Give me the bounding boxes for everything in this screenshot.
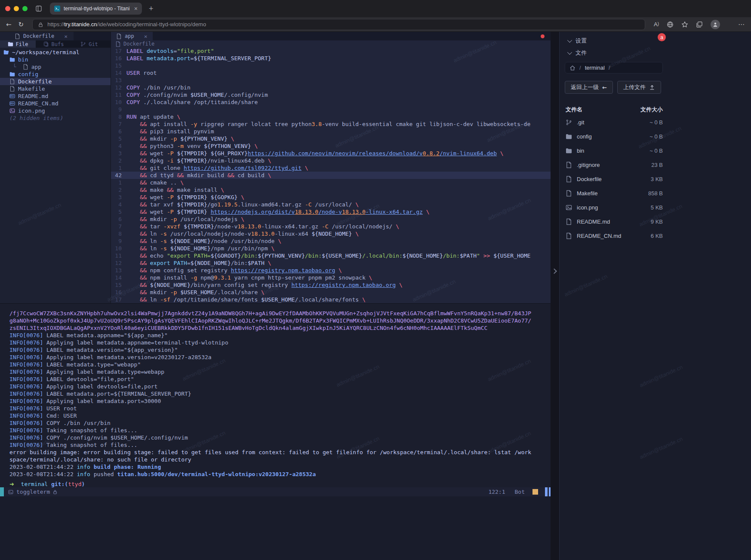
editor-tab-close-icon[interactable]: × xyxy=(144,33,148,40)
code-line[interactable]: 6 && pip3 install pynvim xyxy=(111,128,551,135)
terminal-line: INFO[0076] Cmd: USER xyxy=(9,412,551,419)
tree-item-readme_cn.md[interactable]: README_CN.md xyxy=(0,100,111,107)
home-icon[interactable] xyxy=(569,65,576,71)
code-line[interactable]: 12 && export PATH=${NODE_HOME}/bin:$PATH… xyxy=(111,259,551,267)
code-line[interactable]: 16LABEL metadata.port=${TERMINAL_SERVER_… xyxy=(111,55,551,62)
code-line[interactable]: 16 && mkdir -p $USER_HOME/.local/share \ xyxy=(111,289,551,296)
tree-item-2hiddenitems[interactable]: (2 hidden items) xyxy=(0,114,111,122)
browser-tab[interactable]: terminal-ttyd-wlotnipo - Titani × xyxy=(50,3,142,15)
code-line[interactable]: 4 && tar xvf ${TMPDIR}/go1.19.5.linux-am… xyxy=(111,201,551,208)
code-line[interactable]: 8 && ln -s /usr/local/nodejs/node-v18.13… xyxy=(111,230,551,237)
code-line[interactable]: 7 && apt install -y ripgrep ranger lolca… xyxy=(111,120,551,128)
translate-icon[interactable] xyxy=(667,21,674,28)
tree-item-app[interactable]: └ app xyxy=(0,63,111,71)
code-line[interactable]: 11 && echo "export PATH=${GOROOT}/bin:${… xyxy=(111,252,551,259)
file-row-icon.png[interactable]: icon.png5 KB xyxy=(566,200,663,215)
sidebar-buffer-tab[interactable]: Dockerfile × xyxy=(0,32,74,40)
file-row-readme.md[interactable]: README.md9 KB xyxy=(566,215,663,229)
file-name: README.md xyxy=(577,218,651,225)
code-line[interactable]: 12COPY ./bin /usr/bin xyxy=(111,84,551,91)
code-line[interactable]: 1 && cmake .. \ xyxy=(111,179,551,186)
breadcrumb-folder[interactable]: terminal xyxy=(585,65,605,71)
menu-icon[interactable]: ⋯ xyxy=(738,21,745,28)
file-row-config[interactable]: config~ 0 B xyxy=(566,129,663,144)
code-line[interactable]: 9 && ln -s ${NODE_HOME}/node /usr/bin/no… xyxy=(111,237,551,245)
section-files[interactable]: 文件 xyxy=(560,48,751,58)
code-line[interactable]: 13 xyxy=(111,77,551,84)
reload-button[interactable]: ↻ xyxy=(18,21,24,28)
code-line[interactable]: 8RUN apt update \ xyxy=(111,113,551,120)
close-indicator-dot[interactable] xyxy=(541,34,545,38)
tree-item-~workspaceterminal[interactable]: ~/workspace/terminal xyxy=(0,49,111,56)
sidebar-tab-bufs[interactable]: Bufs xyxy=(36,40,71,48)
cursor-position: 122:1 xyxy=(488,489,505,495)
terminal-line: INFO[0076] LABEL metadata.port=${TERMINA… xyxy=(9,390,551,397)
tab-close-icon[interactable]: × xyxy=(134,5,138,12)
sidebar-tab-git[interactable]: Git xyxy=(71,40,107,48)
code-line[interactable]: 13 && npm config set registry https://re… xyxy=(111,267,551,274)
section-settings[interactable]: 设置 xyxy=(560,36,751,46)
file-row-readme_cn.md[interactable]: README_CN.md6 KB xyxy=(566,229,663,243)
code-line[interactable]: 3 && wget -P ${TMPDIR} ${GOPKG} \ xyxy=(111,194,551,201)
notification-badge[interactable]: a xyxy=(658,33,666,41)
code-line[interactable]: 10 && ln -s ${NODE_HOME}/npm /usr/bin/np… xyxy=(111,245,551,252)
code-line[interactable]: 3 && wget -P ${TMPDIR} ${GH_PROXY}https:… xyxy=(111,150,551,157)
window-close-button[interactable] xyxy=(5,6,10,11)
code-line[interactable]: 17 && ln -sf /opt/titanide/share/fonts $… xyxy=(111,296,551,303)
code-line[interactable]: 11COPY ./config/nvim $USER_HOME/.config/… xyxy=(111,91,551,98)
file-row-.gitignore[interactable]: .gitignore23 B xyxy=(566,158,663,172)
code-line[interactable]: 10COPY ./.local/share /opt/titanide/shar… xyxy=(111,98,551,106)
file-name: README_CN.md xyxy=(577,233,651,239)
file-row-dockerfile[interactable]: Dockerfile3 KB xyxy=(566,172,663,186)
buffer-close-icon[interactable]: × xyxy=(64,33,68,40)
address-bar[interactable]: https://try.titanide.cn/ide/web/coding/t… xyxy=(32,19,645,30)
code-line[interactable]: 2 && make && make install \ xyxy=(111,186,551,194)
panel-collapse-handle[interactable] xyxy=(551,268,557,274)
go-up-button[interactable]: 返回上一级 ← xyxy=(565,81,613,94)
editor-tab-app[interactable]: app × xyxy=(111,32,153,40)
code-line[interactable]: 4 && python3 -m venv ${PYTHON_VENV} \ xyxy=(111,142,551,150)
new-tab-button[interactable]: + xyxy=(149,4,154,13)
scroll-position-label: Bot xyxy=(515,489,525,495)
favorites-star-icon[interactable] xyxy=(681,21,688,28)
code-line-current[interactable]: 42 && cd ttyd && mkdir build && cd build… xyxy=(111,172,551,179)
window-minimize-button[interactable] xyxy=(14,6,19,11)
collections-icon[interactable] xyxy=(696,21,703,28)
read-aloud-icon[interactable]: A) xyxy=(654,21,659,28)
code-line[interactable]: 14USER root xyxy=(111,69,551,77)
code-line[interactable]: 17LABEL devtools="file,port" xyxy=(111,47,551,55)
window-zoom-button[interactable] xyxy=(22,6,28,11)
lock-icon[interactable] xyxy=(38,22,43,27)
ide-root: Dockerfile × FileBufsGit ~/workspace/ter… xyxy=(0,32,751,560)
tree-item-bin[interactable]: bin xyxy=(0,56,111,63)
code-line[interactable]: 15 && ${NODE_HOME}/bin/yarn config set r… xyxy=(111,281,551,289)
editor[interactable]: app × Dockerfile 17LABEL devtools="file,… xyxy=(111,32,551,303)
code-line[interactable]: 9 xyxy=(111,106,551,113)
tree-item-makefile[interactable]: Makefile xyxy=(0,85,111,92)
code-area[interactable]: 17LABEL devtools="file,port"16LABEL meta… xyxy=(111,47,551,303)
code-line[interactable]: 2 && dpkg -i ${TMPDIR}/nvim-linux64.deb … xyxy=(111,157,551,164)
code-line[interactable]: 1 && git clone https://github.com/tsl092… xyxy=(111,164,551,172)
tree-item-config[interactable]: config xyxy=(0,71,111,78)
tab-overview-icon[interactable] xyxy=(35,5,42,12)
scroll-indicator[interactable] xyxy=(545,487,548,496)
code-line[interactable]: 6 && mkdir -p /usr/local/nodejs \ xyxy=(111,215,551,223)
tree-item-icon.png[interactable]: icon.png xyxy=(0,107,111,114)
back-button[interactable]: ← xyxy=(6,21,12,28)
file-row-bin[interactable]: bin~ 0 B xyxy=(566,144,663,158)
folder-icon xyxy=(566,133,572,140)
upload-button[interactable]: 上传文件 xyxy=(617,81,661,94)
file-row-makefile[interactable]: Makefile858 B xyxy=(566,186,663,200)
sidebar-tab-file[interactable]: File xyxy=(0,40,36,48)
code-line[interactable]: 15 xyxy=(111,62,551,69)
code-line[interactable]: 14 && npm install -g npm@9.3.1 yarn cnpm… xyxy=(111,274,551,281)
file-row-.git[interactable]: .git~ 0 B xyxy=(566,115,663,129)
tree-item-dockerfile[interactable]: Dockerfile xyxy=(0,78,111,85)
breadcrumb[interactable]: / terminal / xyxy=(565,62,663,74)
code-line[interactable]: 5 && mkdir -p ${PYTHON_VENV} \ xyxy=(111,135,551,142)
tree-item-readme.md[interactable]: README.md xyxy=(0,92,111,100)
code-line[interactable]: 7 && tar -xvzf ${TMPDIR}/node-v18.13.0-l… xyxy=(111,223,551,230)
code-line[interactable]: 5 && wget -P ${TMPDIR} https://nodejs.or… xyxy=(111,208,551,215)
terminal-panel[interactable]: /fj7CcwoCW7ZXBc3snKxZNYHpbh7uhwOvx2lsi4W… xyxy=(0,303,551,487)
profile-avatar[interactable] xyxy=(711,20,720,29)
